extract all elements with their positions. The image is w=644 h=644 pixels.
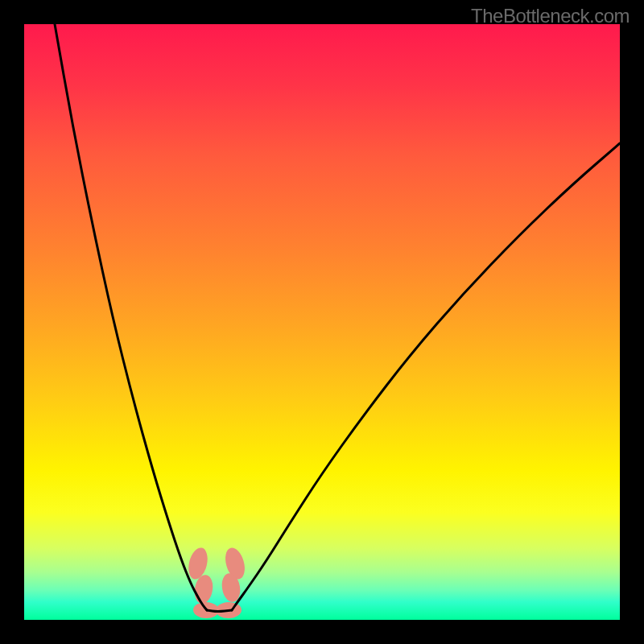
chart-frame — [24, 24, 620, 620]
curve-left-branch — [55, 24, 207, 610]
curve-right-branch — [232, 143, 620, 610]
marker-group — [185, 546, 248, 619]
curve-layer — [24, 24, 620, 620]
watermark-text: TheBottleneck.com — [471, 5, 630, 27]
curve-bottom — [207, 610, 232, 612]
